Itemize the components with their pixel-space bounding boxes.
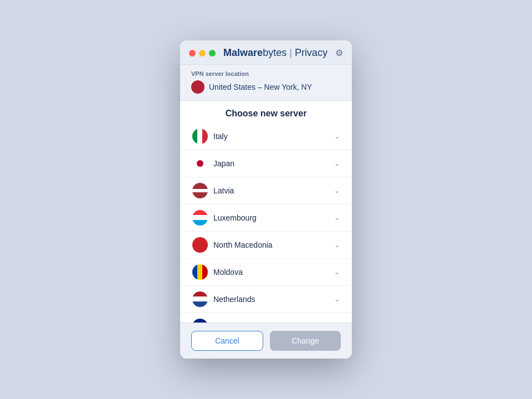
chevron-down-icon: ⌄: [334, 160, 340, 167]
chevron-down-icon: ⌄: [334, 295, 340, 303]
server-name: Japan: [213, 159, 334, 168]
chevron-down-icon: ⌄: [334, 214, 340, 222]
server-name: North Macedonia: [213, 241, 334, 249]
list-item[interactable]: North Macedonia⌄: [180, 232, 352, 259]
flag-italy: [192, 129, 208, 144]
close-button[interactable]: [189, 50, 196, 57]
chevron-down-icon: ⌄: [334, 268, 340, 276]
flag-north-macedonia: [192, 237, 208, 253]
list-item[interactable]: Japan⌄: [180, 150, 352, 177]
flag-latvia: [192, 183, 208, 198]
current-server-name: United States – New York, NY: [209, 83, 312, 91]
cancel-button[interactable]: Cancel: [191, 331, 263, 351]
button-row: Cancel Change: [180, 323, 352, 359]
server-name: Italy: [213, 132, 334, 141]
server-list-container: Choose new server Italy⌄Japan⌄Latvia⌄Lux…: [180, 101, 352, 323]
server-name: Latvia: [213, 186, 334, 195]
settings-icon[interactable]: ⚙: [335, 48, 343, 58]
maximize-button[interactable]: [209, 50, 216, 57]
flag-new-zealand: [192, 319, 208, 323]
current-server-section: VPN server location United States – New …: [180, 65, 352, 101]
choose-title: Choose new server: [180, 101, 352, 123]
brand-malware: Malware: [223, 47, 263, 58]
server-name: Netherlands: [213, 295, 334, 304]
list-item[interactable]: Latvia⌄: [180, 177, 352, 204]
list-item[interactable]: Luxembourg⌄: [180, 204, 352, 232]
list-item[interactable]: Moldova⌄: [180, 259, 352, 286]
server-list: Italy⌄Japan⌄Latvia⌄Luxembourg⌄North Mace…: [180, 123, 352, 323]
title-bar: Malwarebytes | Privacy ⚙: [180, 40, 352, 65]
flag-luxembourg: [192, 210, 208, 226]
window-controls: [189, 50, 216, 57]
brand-privacy: Privacy: [295, 47, 328, 58]
list-item[interactable]: Netherlands⌄: [180, 286, 352, 313]
flag-japan: [192, 156, 208, 171]
server-name: Moldova: [213, 268, 334, 277]
app-window: Malwarebytes | Privacy ⚙ VPN server loca…: [180, 40, 352, 359]
server-name: Luxembourg: [213, 213, 334, 222]
change-button[interactable]: Change: [270, 331, 341, 351]
flag-netherlands: [192, 291, 208, 307]
chevron-down-icon: ⌄: [334, 187, 340, 195]
brand-bytes: bytes: [263, 47, 287, 58]
flag-moldova: [192, 264, 208, 280]
current-server-label: VPN server location: [191, 70, 341, 77]
brand-name: Malwarebytes | Privacy: [223, 47, 328, 59]
chevron-down-icon: ⌄: [334, 132, 340, 140]
title-bar-center: Malwarebytes | Privacy: [216, 47, 335, 59]
list-item[interactable]: Italy⌄: [180, 123, 352, 150]
minimize-button[interactable]: [199, 50, 206, 57]
current-server-flag: [191, 80, 204, 94]
chevron-down-icon: ⌄: [334, 241, 340, 249]
list-item[interactable]: New Zealand⌄: [180, 313, 352, 323]
brand-divider: |: [289, 47, 295, 58]
current-server-location: United States – New York, NY: [191, 80, 341, 94]
